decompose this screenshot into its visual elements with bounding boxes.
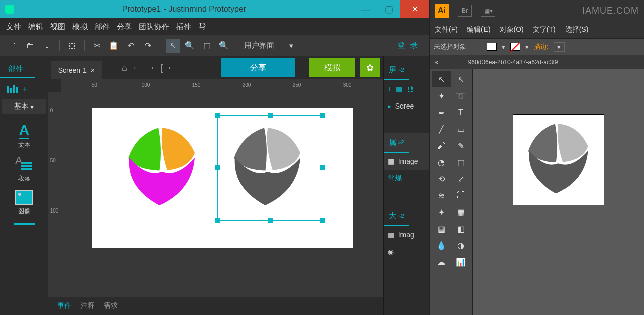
save-icon[interactable]: ⭳ — [40, 39, 54, 53]
artboard[interactable] — [92, 108, 353, 248]
stroke-swatch[interactable] — [510, 43, 520, 51]
ai-pen-icon[interactable]: ✒ — [432, 104, 451, 121]
close-button[interactable]: ✕ — [400, 0, 429, 18]
plus-icon[interactable]: + — [388, 85, 392, 93]
new-icon[interactable]: 🗋 — [6, 39, 20, 53]
ai-symbol-icon[interactable]: ☁ — [432, 254, 451, 270]
menu-help[interactable]: 帮 — [198, 22, 206, 32]
ai-menu-type[interactable]: 文字(T) — [533, 25, 556, 34]
text-widget[interactable]: A 文本 — [0, 123, 48, 149]
dup-icon[interactable]: ⿻ — [407, 85, 414, 93]
ai-logo-gray[interactable] — [513, 115, 604, 205]
img-icon[interactable]: ▦ — [396, 85, 403, 93]
minimize-button[interactable]: — — [354, 0, 377, 18]
ai-shape-icon[interactable]: ✦ — [432, 204, 451, 220]
zoom2-icon[interactable]: 🔍 — [217, 39, 231, 53]
ai-rect-icon[interactable]: ▭ — [451, 121, 470, 137]
screens-tab[interactable]: 屏»2 — [384, 60, 409, 80]
menu-plugins[interactable]: 插件 — [176, 22, 191, 32]
zoom-icon[interactable]: 🔍 — [183, 39, 197, 53]
ai-blob-icon[interactable]: ◔ — [432, 154, 451, 170]
canvas[interactable] — [61, 92, 383, 297]
ai-type-icon[interactable]: T — [451, 104, 470, 121]
ai-gradient-icon[interactable]: ◧ — [451, 221, 470, 237]
menu-team[interactable]: 团队协作 — [139, 22, 169, 32]
watermark: IAMUE.COM — [582, 6, 639, 16]
selection-box[interactable] — [217, 115, 323, 221]
ai-select-icon[interactable]: ↖ — [432, 71, 451, 87]
ai-menu-object[interactable]: 对象(O) — [500, 25, 524, 34]
ai-canvas[interactable] — [473, 69, 644, 315]
image-widget[interactable]: 图像 — [0, 190, 48, 216]
ai-line-icon[interactable]: ╱ — [432, 121, 451, 137]
paste-icon[interactable]: 📋 — [107, 39, 121, 53]
normal-section[interactable]: 常规 — [384, 170, 429, 187]
ai-scale-icon[interactable]: ⤢ — [451, 171, 470, 187]
redo-icon[interactable]: ↷ — [141, 39, 155, 53]
menu-edit[interactable]: 编辑 — [28, 22, 43, 32]
refresh-icon[interactable]: [→ — [160, 63, 172, 73]
screen-tab[interactable]: Screen 1 × — [51, 61, 102, 79]
ai-pencil-icon[interactable]: ✎ — [451, 138, 470, 154]
bridge-icon[interactable]: Br — [458, 5, 472, 17]
view-dropdown[interactable]: 用户界面 ▾ — [239, 39, 298, 52]
settings-button[interactable]: ✿ — [360, 58, 380, 77]
size-tab[interactable]: 大»2 — [384, 206, 409, 226]
paragraph-widget[interactable]: A 段落 — [0, 156, 48, 183]
forward-icon[interactable]: → — [146, 63, 155, 73]
home-icon[interactable]: ⌂ — [122, 63, 127, 73]
image-icon: ▦ — [388, 157, 394, 165]
menu-view[interactable]: 视图 — [50, 22, 65, 32]
comments-tab[interactable]: 注释 — [80, 301, 95, 310]
ai-mesh-icon[interactable]: ▦ — [432, 221, 451, 237]
basic-button[interactable]: 基本▾ — [2, 99, 46, 114]
ai-rotate-icon[interactable]: ⟲ — [432, 171, 451, 187]
ai-blend-icon[interactable]: ◑ — [451, 237, 470, 253]
menu-file[interactable]: 文件 — [6, 22, 21, 32]
ai-wand-icon[interactable]: ✦ — [432, 88, 451, 104]
layout-icon[interactable]: ▦▾ — [481, 5, 495, 17]
widgets-tab[interactable]: 部件 — [0, 60, 35, 78]
menu-widgets[interactable]: 部件 — [95, 22, 110, 32]
color-logo[interactable] — [112, 118, 212, 218]
select-icon[interactable]: ↖ — [166, 39, 180, 53]
simulate-button[interactable]: 模拟 — [309, 58, 355, 77]
eye-icon[interactable]: ◉ — [388, 248, 394, 256]
ai-graph-icon[interactable]: 📊 — [451, 254, 470, 270]
copy-icon[interactable]: ⿻ — [65, 39, 79, 53]
add-icon[interactable]: + — [22, 84, 28, 95]
maximize-button[interactable]: ▢ — [377, 0, 400, 18]
stroke-width[interactable]: ▾ — [554, 42, 565, 52]
eraser-icon[interactable]: ◫ — [200, 39, 214, 53]
undo-icon[interactable]: ↶ — [124, 39, 138, 53]
ai-menu-select[interactable]: 选择(S) — [565, 25, 589, 34]
ai-brush-icon[interactable]: 🖌 — [432, 138, 451, 154]
doc-name: 960d06ea-2b10-4a37-a62d-ac3f9 — [468, 59, 558, 66]
ai-lasso-icon[interactable]: ➰ — [451, 88, 470, 104]
ai-direct-icon[interactable]: ↖ — [451, 71, 470, 87]
back-icon[interactable]: ← — [132, 63, 141, 73]
ai-doc-tab[interactable]: « 960d06ea-2b10-4a37-a62d-ac3f9 — [430, 55, 644, 69]
cut-icon[interactable]: ✂ — [90, 39, 104, 53]
image-type: Image — [398, 157, 418, 165]
login-link[interactable]: 登录 — [397, 41, 423, 50]
widgets-panel: 部件 + 基本▾ A 文本 A 段落 图像 — [0, 56, 48, 315]
props-tab[interactable]: 属»2 — [384, 133, 409, 153]
ai-eyedrop-icon[interactable]: 💧 — [432, 237, 451, 253]
close-tab-icon[interactable]: × — [91, 66, 95, 74]
ai-width-icon[interactable]: ≋ — [432, 187, 451, 203]
menu-simulate[interactable]: 模拟 — [72, 22, 88, 32]
ai-menu-file[interactable]: 文件(F) — [435, 25, 458, 34]
ai-eraser-icon[interactable]: ◫ — [451, 154, 470, 170]
events-tab[interactable]: 事件 — [57, 301, 71, 310]
open-icon[interactable]: 🗀 — [23, 39, 37, 53]
requirements-tab[interactable]: 需求 — [104, 301, 118, 310]
screen-item[interactable]: Scree — [395, 102, 414, 110]
ai-free-icon[interactable]: ⛶ — [451, 187, 470, 203]
fill-swatch[interactable] — [487, 43, 497, 51]
menu-share[interactable]: 分享 — [117, 22, 132, 32]
share-button[interactable]: 分享 — [221, 58, 295, 77]
ai-menu-edit[interactable]: 编辑(E) — [467, 25, 491, 34]
ai-persp-icon[interactable]: ▦ — [451, 204, 470, 220]
ai-artboard[interactable] — [513, 115, 604, 205]
